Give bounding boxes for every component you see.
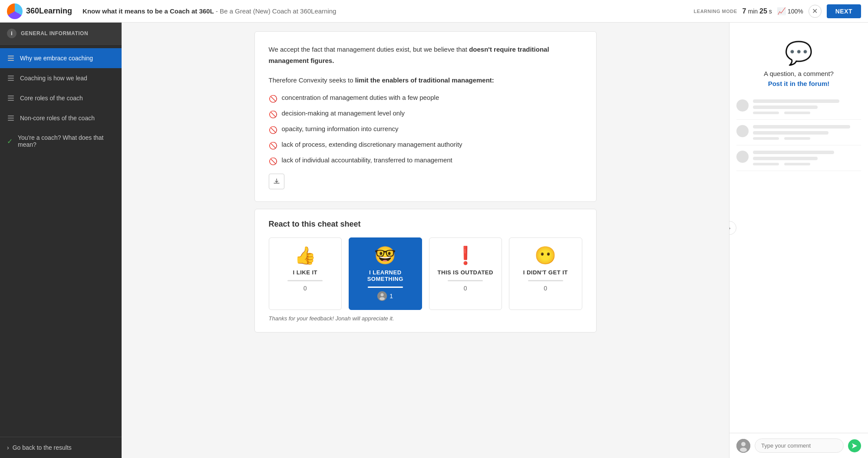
learning-mode-label: LEARNING MODE <box>694 9 737 14</box>
list-icon <box>7 94 15 102</box>
comment-skeleton-1 <box>736 94 861 120</box>
comment-input[interactable] <box>755 438 844 453</box>
bullet-text: lack of process, extending discretionary… <box>282 140 462 150</box>
didnt-get-count-area: 0 <box>544 285 547 292</box>
like-count-area: 0 <box>304 285 307 292</box>
bullet-text: opacity, turning information into curren… <box>282 124 399 134</box>
svg-rect-7 <box>8 98 14 99</box>
sidebar-info: i GENERAL INFORMATION <box>0 23 122 45</box>
skeleton-meta <box>753 112 779 114</box>
list-icon <box>7 54 15 62</box>
minus-circle-icon: 🚫 <box>269 94 277 104</box>
comment-skeleton-2 <box>736 120 861 145</box>
react-title: React to this cheat sheet <box>269 220 582 229</box>
sidebar-item-label: You're a coach? What does that mean? <box>18 134 115 148</box>
paragraph2-before: Therefore Convexity seeks to <box>269 76 355 84</box>
feedback-text: Thanks for your feedback! Jonah will app… <box>269 315 582 322</box>
list-item: 🚫 concentration of management duties wit… <box>269 93 582 104</box>
go-back-footer[interactable]: › Go back to the results <box>0 437 122 458</box>
learned-bar-fill <box>368 287 403 288</box>
svg-rect-0 <box>8 56 14 56</box>
commenter-avatar-icon <box>736 439 750 453</box>
skeleton-line <box>753 131 828 135</box>
list-item: 🚫 opacity, turning information into curr… <box>269 124 582 135</box>
sidebar-item-label: Non-core roles of the coach <box>20 115 95 122</box>
right-panel-inner: › 💬 A question, a comment? Post it in th… <box>729 23 868 433</box>
react-options: 👍 I LIKE IT 0 🤓 I LEARNED SOMETHING <box>269 237 582 310</box>
forum-link[interactable]: Post it in the forum! <box>743 80 854 87</box>
info-icon: i <box>7 29 17 38</box>
course-title: Know what it means to be a Coach at 360L <box>83 7 214 15</box>
outdated-bar <box>448 280 483 281</box>
avatar <box>377 291 387 301</box>
panel-toggle-button[interactable]: › <box>729 221 736 235</box>
content-inner: We accept the fact that management dutie… <box>248 23 604 348</box>
timer-area: 7 min 25 s <box>743 7 772 15</box>
go-back-label: Go back to the results <box>13 444 72 451</box>
download-button[interactable] <box>269 174 284 189</box>
content-paragraph-1: We accept the fact that management dutie… <box>269 44 582 66</box>
logo-icon <box>7 3 23 19</box>
content-card: We accept the fact that management dutie… <box>254 31 597 202</box>
skeleton-avatar <box>736 99 749 112</box>
sidebar-item-label: Why we embrace coaching <box>20 55 93 62</box>
learned-emoji: 🤓 <box>374 247 396 264</box>
didnt-get-count: 0 <box>544 285 547 292</box>
skeleton-meta <box>784 163 810 165</box>
forum-promo: 💬 A question, a comment? Post it in the … <box>736 30 861 94</box>
react-option-outdated[interactable]: ❗ THIS IS OUTDATED 0 <box>429 237 502 310</box>
timer-sec-label: s <box>769 8 772 15</box>
sidebar-item-label: Coaching is how we lead <box>20 75 87 82</box>
send-button[interactable] <box>848 439 861 452</box>
svg-point-17 <box>740 448 747 452</box>
skeleton-line <box>753 99 839 103</box>
comment-skeleton-3 <box>736 145 861 171</box>
svg-point-13 <box>381 293 384 296</box>
skeleton-line <box>753 151 834 154</box>
svg-rect-2 <box>8 60 14 61</box>
react-option-didnt-get[interactable]: 😶 I DIDN'T GET IT 0 <box>509 237 582 310</box>
header-right: LEARNING MODE 7 min 25 s 📈 100% ✕ NEXT <box>694 4 861 18</box>
timer-sec: 25 <box>759 7 767 15</box>
next-button[interactable]: NEXT <box>827 4 861 18</box>
course-subtitle: - Be a Great (New) Coach at 360Learning <box>216 7 337 15</box>
sidebar-item-youre-coach[interactable]: ✓ You're a coach? What does that mean? <box>0 128 122 154</box>
paragraph1-before: We accept the fact that management dutie… <box>269 46 469 53</box>
skeleton-meta <box>753 137 779 140</box>
sidebar-nav: Why we embrace coaching Coaching is how … <box>0 45 122 437</box>
bullet-list: 🚫 concentration of management duties wit… <box>269 93 582 167</box>
header: 360Learning Know what it means to be a C… <box>0 0 868 23</box>
svg-point-16 <box>741 442 746 446</box>
svg-rect-1 <box>8 58 14 59</box>
outdated-count: 0 <box>464 285 467 292</box>
like-count: 0 <box>304 285 307 292</box>
sidebar-item-label: Core roles of the coach <box>20 95 83 102</box>
react-option-learned[interactable]: 🤓 I LEARNED SOMETHING <box>349 237 422 310</box>
chevron-right-icon: › <box>7 444 9 451</box>
skeleton-meta <box>753 163 779 165</box>
content-paragraph-2: Therefore Convexity seeks to limit the e… <box>269 75 582 86</box>
learned-count: 1 <box>389 293 393 300</box>
sidebar-item-why-embrace[interactable]: Why we embrace coaching <box>0 48 122 68</box>
sidebar-item-coaching-lead[interactable]: Coaching is how we lead <box>0 68 122 88</box>
react-option-like[interactable]: 👍 I LIKE IT 0 <box>269 237 342 310</box>
forum-icon: 💬 <box>743 40 854 66</box>
main-layout: i GENERAL INFORMATION Why we embrace coa… <box>0 23 868 458</box>
timer-min-label: min <box>748 8 758 15</box>
sidebar-item-core-roles[interactable]: Core roles of the coach <box>0 88 122 108</box>
like-label: I LIKE IT <box>293 269 318 276</box>
react-card: React to this cheat sheet 👍 I LIKE IT 0 … <box>254 209 597 333</box>
right-panel: › 💬 A question, a comment? Post it in th… <box>729 23 868 458</box>
outdated-label: THIS IS OUTDATED <box>438 269 493 276</box>
sidebar-item-noncore-roles[interactable]: Non-core roles of the coach <box>0 108 122 128</box>
timer-min: 7 <box>743 7 746 15</box>
bullet-text: concentration of management duties with … <box>282 93 439 103</box>
content-area: We accept the fact that management dutie… <box>122 23 729 458</box>
close-button[interactable]: ✕ <box>809 5 822 18</box>
outdated-count-area: 0 <box>464 285 467 292</box>
svg-rect-11 <box>8 120 14 121</box>
logo-text: 360Learning <box>26 7 72 16</box>
outdated-emoji: ❗ <box>455 247 476 264</box>
minus-circle-icon: 🚫 <box>269 141 277 151</box>
header-title: Know what it means to be a Coach at 360L… <box>83 7 694 15</box>
